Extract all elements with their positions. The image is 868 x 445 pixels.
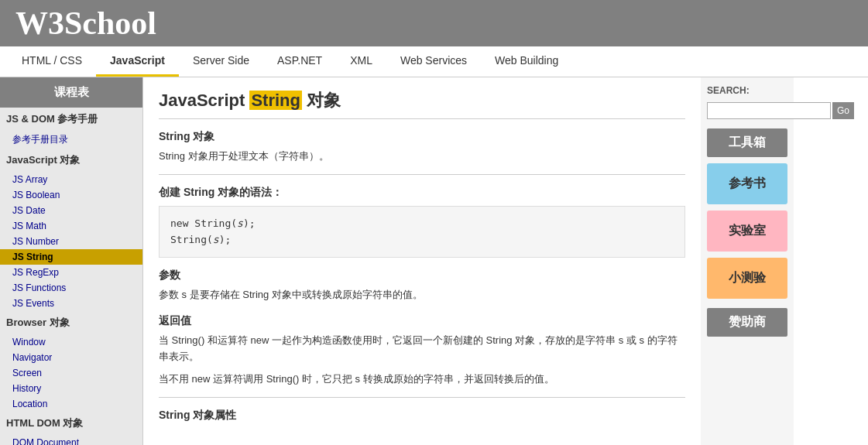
sidebar-section-html-dom[interactable]: HTML DOM 对象 bbox=[0, 412, 142, 435]
sidebar-link-dom-document[interactable]: DOM Document bbox=[0, 435, 142, 445]
sidebar-link-js-regexp[interactable]: JS RegExp bbox=[0, 265, 142, 280]
sidebar-link-js-math[interactable]: JS Math bbox=[0, 218, 142, 234]
tool-btn-lab[interactable]: 实验室 bbox=[707, 211, 787, 252]
sidebar: 课程表 JS & DOM 参考手册 参考手册目录 JavaScript 对象 J… bbox=[0, 77, 143, 445]
nav-javascript[interactable]: JavaScript bbox=[96, 46, 179, 77]
content-area: JavaScript String 对象 String 对象 String 对象… bbox=[143, 77, 701, 445]
nav-xml[interactable]: XML bbox=[336, 46, 386, 77]
nav-web-services[interactable]: Web Services bbox=[386, 46, 481, 77]
sidebar-link-js-number[interactable]: JS Number bbox=[0, 234, 142, 249]
section-text-3-0: 当 String() 和运算符 new 一起作为构造函数使用时，它返回一个新创建… bbox=[159, 333, 685, 365]
sidebar-link-window[interactable]: Window bbox=[0, 334, 142, 350]
nav-html-css[interactable]: HTML / CSS bbox=[8, 46, 96, 77]
page-title: JavaScript String 对象 bbox=[159, 89, 685, 119]
section-text-0-0: String 对象用于处理文本（字符串）。 bbox=[159, 149, 685, 165]
site-logo: W3School bbox=[15, 5, 156, 42]
sidebar-link-screen[interactable]: Screen bbox=[0, 365, 142, 381]
sidebar-link-navigator[interactable]: Navigator bbox=[0, 350, 142, 365]
sidebar-link-js-date[interactable]: JS Date bbox=[0, 203, 142, 218]
tool-btn-quiz[interactable]: 小测验 bbox=[707, 258, 787, 299]
search-row: Go bbox=[707, 102, 787, 119]
sidebar-link-js-functions[interactable]: JS Functions bbox=[0, 280, 142, 296]
right-panel: SEARCH: Go 工具箱 参考书 实验室 小测验 赞助商 bbox=[701, 77, 794, 445]
sidebar-title: 课程表 bbox=[0, 77, 142, 108]
nav-web-building[interactable]: Web Building bbox=[481, 46, 572, 77]
nav-aspnet[interactable]: ASP.NET bbox=[263, 46, 336, 77]
sidebar-link-location[interactable]: Location bbox=[0, 396, 142, 412]
sidebar-link-js-boolean[interactable]: JS Boolean bbox=[0, 187, 142, 203]
nav-server-side[interactable]: Server Side bbox=[179, 46, 263, 77]
tool-btn-reference[interactable]: 参考书 bbox=[707, 163, 787, 204]
sidebar-link-js-events[interactable]: JS Events bbox=[0, 296, 142, 311]
search-label: SEARCH: bbox=[707, 85, 750, 96]
section-heading-4: String 对象属性 bbox=[159, 409, 685, 423]
toolbox-title: 工具箱 bbox=[707, 128, 787, 157]
header: W3School bbox=[0, 0, 868, 46]
section-heading-1: 创建 String 对象的语法： bbox=[159, 186, 685, 200]
sidebar-link-ref-index[interactable]: 参考手册目录 bbox=[0, 131, 142, 149]
search-button[interactable]: Go bbox=[832, 102, 854, 119]
sidebar-link-js-array[interactable]: JS Array bbox=[0, 172, 142, 187]
title-prefix: JavaScript bbox=[159, 91, 249, 110]
sponsor-title: 赞助商 bbox=[707, 308, 787, 337]
sidebar-section-browser[interactable]: Browser 对象 bbox=[0, 311, 142, 334]
section-heading-3: 返回值 bbox=[159, 314, 685, 328]
sidebar-link-history[interactable]: History bbox=[0, 381, 142, 396]
section-text-2-0: 参数 s 是要存储在 String 对象中或转换成原始字符串的值。 bbox=[159, 287, 685, 303]
nav-bar: HTML / CSS JavaScript Server Side ASP.NE… bbox=[0, 46, 868, 77]
title-highlight: String bbox=[249, 91, 302, 110]
title-suffix: 对象 bbox=[302, 91, 341, 110]
section-text-3-1: 当不用 new 运算符调用 String() 时，它只把 s 转换成原始的字符串… bbox=[159, 371, 685, 388]
section-heading-2: 参数 bbox=[159, 269, 685, 282]
search-input[interactable] bbox=[707, 102, 831, 119]
divider-2 bbox=[159, 397, 685, 398]
section-heading-0: String 对象 bbox=[159, 130, 685, 144]
sidebar-link-js-string[interactable]: JS String bbox=[0, 249, 142, 265]
main-layout: 课程表 JS & DOM 参考手册 参考手册目录 JavaScript 对象 J… bbox=[0, 77, 868, 445]
divider-1 bbox=[159, 174, 685, 175]
sidebar-section-js-dom[interactable]: JS & DOM 参考手册 bbox=[0, 108, 142, 131]
code-block-1: new String(s);String(s); bbox=[159, 206, 685, 258]
sidebar-section-js-objects[interactable]: JavaScript 对象 bbox=[0, 149, 142, 172]
